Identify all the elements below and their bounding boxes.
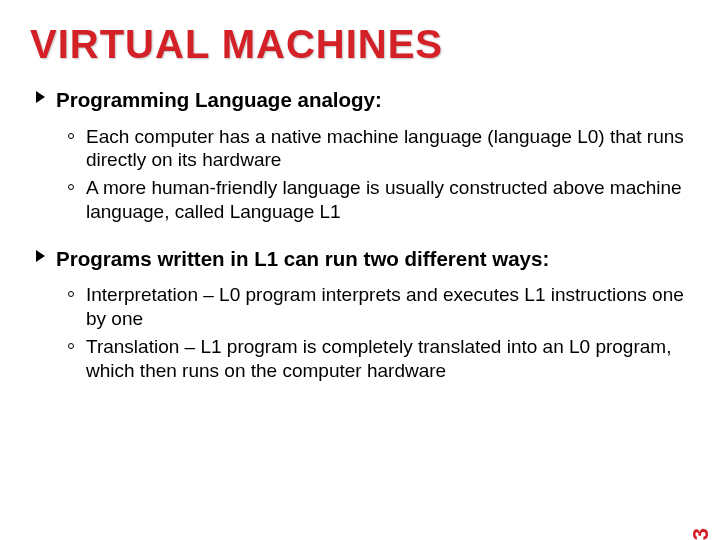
circle-bullet-icon [68,133,74,139]
bullet-level2: Each computer has a native machine langu… [30,125,690,173]
bullet-level1: Programming Language analogy: [30,87,690,113]
bullet-text: Each computer has a native machine langu… [86,126,684,171]
triangle-right-icon [36,91,45,103]
bullet-text: A more human-friendly language is usuall… [86,177,682,222]
bullet-text: Interpretation – L0 program interprets a… [86,284,684,329]
circle-bullet-icon [68,291,74,297]
bullet-level2: Translation – L1 program is completely t… [30,335,690,383]
bullet-heading: Programming Language analogy: [56,88,382,111]
spacer [30,228,690,246]
slide: VIRTUAL MACHINES Programming Language an… [0,0,720,540]
bullet-level1: Programs written in L1 can run two diffe… [30,246,690,272]
page-number: 33 [688,528,714,540]
triangle-right-icon [36,250,45,262]
slide-title: VIRTUAL MACHINES [30,22,690,67]
bullet-level2: Interpretation – L0 program interprets a… [30,283,690,331]
bullet-text: Translation – L1 program is completely t… [86,336,671,381]
circle-bullet-icon [68,184,74,190]
bullet-heading: Programs written in L1 can run two diffe… [56,247,549,270]
circle-bullet-icon [68,343,74,349]
bullet-level2: A more human-friendly language is usuall… [30,176,690,224]
